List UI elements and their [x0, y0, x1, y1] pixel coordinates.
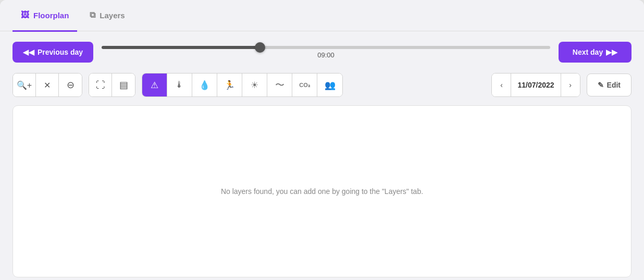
light-sensor-icon: ☀ — [251, 80, 258, 91]
floorplan-canvas: No layers found, you can add one by goin… — [13, 105, 631, 277]
layers-tab-label: Layers — [100, 11, 125, 20]
next-arrow-icon: ▶▶ — [606, 48, 617, 56]
temperature-sensor-icon: 🌡 — [175, 80, 184, 90]
layers-view-button[interactable]: ▤ — [112, 74, 135, 96]
sensor-motion-button[interactable]: 🏃 — [217, 74, 242, 96]
tab-floorplan[interactable]: 🖼 Floorplan — [13, 1, 77, 32]
next-day-label: Next day — [573, 48, 603, 56]
timeline-slider[interactable] — [102, 46, 550, 49]
sensor-light-button[interactable]: ☀ — [242, 74, 267, 96]
edit-button[interactable]: ✎ Edit — [587, 74, 631, 96]
prev-day-label: Previous day — [38, 48, 83, 56]
app-window: 🖼 Floorplan ⧉ Layers ◀◀ Previous day 09:… — [0, 0, 644, 280]
fullscreen-button[interactable]: ⛶ — [89, 74, 112, 96]
date-next-button[interactable]: › — [561, 74, 580, 96]
fullscreen-icon: ⛶ — [96, 80, 105, 91]
layers-tab-icon: ⧉ — [90, 10, 95, 20]
edit-label: Edit — [607, 81, 621, 89]
toolbar: 🔍+ ✕ ⊖ ⛶ ▤ ⚠ — [13, 73, 631, 97]
collapse-button[interactable]: ✕ — [36, 74, 59, 96]
timeline-bar: ◀◀ Previous day 09:00 Next day ▶▶ — [13, 42, 631, 63]
floorplan-tab-label: Floorplan — [33, 11, 69, 20]
sensor-co2-button[interactable]: CO₂ — [292, 74, 317, 96]
zoom-in-button[interactable]: 🔍+ — [13, 74, 36, 96]
timeline-time: 09:00 — [317, 51, 335, 59]
prev-day-button[interactable]: ◀◀ Previous day — [13, 42, 93, 63]
sensor-wind-button[interactable]: 〜 — [267, 74, 292, 96]
water-sensor-icon: 💧 — [199, 80, 210, 91]
date-display: 11/07/2022 — [511, 74, 561, 96]
date-prev-button[interactable]: ‹ — [492, 74, 511, 96]
sensor-people-button[interactable]: 👥 — [317, 74, 342, 96]
timeline-slider-wrapper: 09:00 — [102, 46, 550, 59]
view-tool-group: ⛶ ▤ — [89, 73, 135, 97]
alert-sensor-icon: ⚠ — [151, 80, 158, 91]
co2-sensor-label: CO₂ — [299, 82, 310, 89]
next-day-button[interactable]: Next day ▶▶ — [559, 42, 631, 63]
people-sensor-icon: 👥 — [325, 80, 336, 91]
main-content: ◀◀ Previous day 09:00 Next day ▶▶ 🔍+ ✕ — [0, 31, 644, 280]
sensor-alert-button[interactable]: ⚠ — [142, 74, 167, 96]
floorplan-tab-icon: 🖼 — [21, 10, 29, 20]
date-next-icon: › — [569, 81, 572, 89]
zoom-out-icon: ⊖ — [67, 79, 75, 91]
date-navigator: ‹ 11/07/2022 › — [491, 73, 580, 97]
edit-icon: ✎ — [598, 81, 604, 89]
sensor-water-button[interactable]: 💧 — [192, 74, 217, 96]
zoom-tool-group: 🔍+ ✕ ⊖ — [13, 73, 82, 97]
zoom-out-button[interactable]: ⊖ — [59, 74, 82, 96]
motion-sensor-icon: 🏃 — [224, 80, 235, 91]
zoom-in-icon: 🔍+ — [17, 80, 32, 90]
tab-layers[interactable]: ⧉ Layers — [81, 1, 133, 32]
sensor-temperature-button[interactable]: 🌡 — [167, 74, 192, 96]
sensor-tool-group: ⚠ 🌡 💧 🏃 ☀ 〜 CO₂ — [142, 73, 343, 97]
tab-bar: 🖼 Floorplan ⧉ Layers — [0, 0, 644, 31]
date-prev-icon: ‹ — [500, 81, 503, 89]
empty-state-message: No layers found, you can add one by goin… — [221, 187, 423, 196]
layers-view-icon: ▤ — [119, 79, 128, 91]
collapse-icon: ✕ — [44, 80, 51, 90]
prev-arrow-icon: ◀◀ — [23, 48, 34, 56]
wind-sensor-icon: 〜 — [275, 79, 284, 91]
